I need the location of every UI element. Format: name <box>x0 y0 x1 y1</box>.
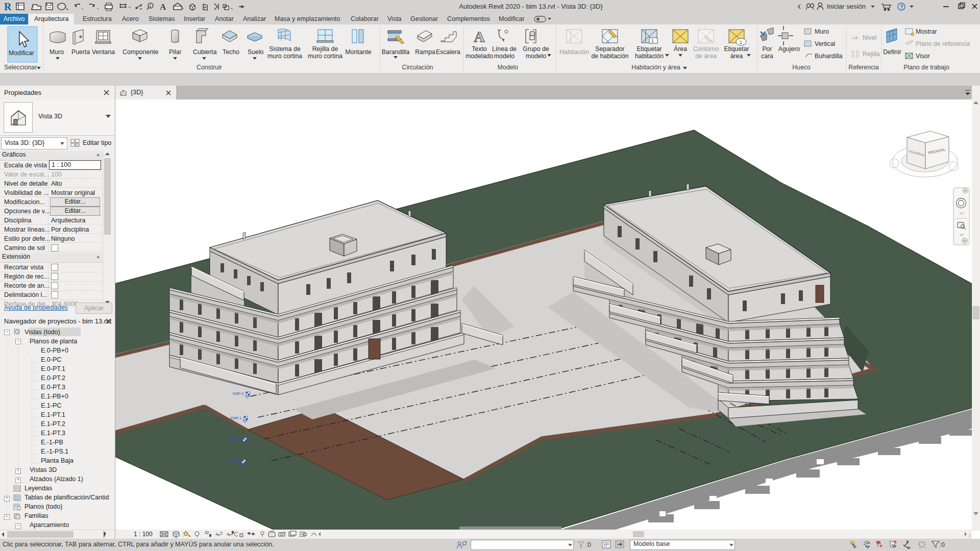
svg-text:Contorno: Contorno <box>693 45 719 53</box>
svg-text:Rejilla de: Rejilla de <box>312 45 338 53</box>
svg-text:Buhardilla: Buhardilla <box>815 53 843 60</box>
svg-text:Por: Por <box>762 45 772 53</box>
svg-text:EMP-2: EMP-2 <box>230 438 241 441</box>
svg-text:habitación: habitación <box>635 53 664 60</box>
svg-text:1: 1 <box>651 38 654 43</box>
svg-text:muro cortina: muro cortina <box>308 53 343 60</box>
svg-text:Sistema de: Sistema de <box>269 45 301 53</box>
svg-text:1 : 100: 1 : 100 <box>134 531 153 538</box>
svg-text:Autodesk Revit 2020 - bim 13.r: Autodesk Revit 2020 - bim 13.rvt - Vista… <box>459 3 603 10</box>
svg-text:modelo: modelo <box>494 53 514 60</box>
svg-text:Hueco: Hueco <box>792 64 811 71</box>
svg-text:Grupo de: Grupo de <box>523 45 549 53</box>
svg-text:Modelo: Modelo <box>498 64 518 71</box>
svg-text:Nivel: Nivel <box>863 34 876 41</box>
svg-text:muro cortina: muro cortina <box>267 53 303 60</box>
svg-text:Barandilla: Barandilla <box>382 48 410 56</box>
svg-text:Ventana: Ventana <box>92 48 115 56</box>
svg-text:Cubierta: Cubierta <box>193 48 217 56</box>
svg-text:de habitación: de habitación <box>591 53 628 60</box>
svg-text:Suelo: Suelo <box>248 48 264 56</box>
svg-text:Plano de referencia: Plano de referencia <box>916 40 970 47</box>
svg-text:Separador: Separador <box>595 45 624 53</box>
svg-text:Componente: Componente <box>122 48 159 56</box>
svg-text:?: ? <box>900 4 903 10</box>
svg-text:modelado: modelado <box>465 53 493 60</box>
svg-text:Rejilla: Rejilla <box>863 51 880 58</box>
svg-text::0: :0 <box>940 541 945 548</box>
svg-text:EMP-0: EMP-0 <box>233 392 244 395</box>
svg-text:Etiquetar: Etiquetar <box>636 45 662 53</box>
svg-text:Referencia: Referencia <box>848 64 879 71</box>
svg-text:Línea de: Línea de <box>492 45 517 53</box>
svg-text:Rampa: Rampa <box>415 48 435 56</box>
svg-text:EMP-1: EMP-1 <box>231 416 242 420</box>
svg-text:Vertical: Vertical <box>815 40 835 47</box>
svg-text:Puerta: Puerta <box>71 48 90 56</box>
svg-text:Iniciar sesión: Iniciar sesión <box>827 3 866 10</box>
svg-text:modelo: modelo <box>526 53 546 60</box>
svg-text:Etiquetar: Etiquetar <box>724 45 749 53</box>
svg-text:A: A <box>474 28 485 45</box>
svg-text:Construir: Construir <box>197 64 222 71</box>
svg-text:Habitación y área: Habitación y área <box>631 64 680 71</box>
svg-text:EMP-3: EMP-3 <box>229 460 240 463</box>
svg-text:1: 1 <box>740 40 742 45</box>
svg-text:Plano de trabajo: Plano de trabajo <box>903 64 949 71</box>
svg-text:Modificar: Modificar <box>9 49 34 57</box>
svg-text:A: A <box>160 2 166 12</box>
svg-text:cara: cara <box>761 53 773 60</box>
svg-text:9: 9 <box>209 534 211 537</box>
svg-text:Visor: Visor <box>916 53 930 60</box>
svg-text:Definir: Definir <box>883 48 901 56</box>
svg-text:Circulación: Circulación <box>402 64 433 71</box>
svg-text:Montante: Montante <box>345 48 371 56</box>
svg-text:9: 9 <box>232 531 234 534</box>
svg-text:Pilar: Pilar <box>169 48 182 56</box>
svg-text:1: 1 <box>149 4 152 8</box>
svg-text:Muro: Muro <box>50 48 64 56</box>
svg-text:de área: de área <box>695 53 717 60</box>
svg-text:R: R <box>4 1 12 12</box>
svg-text:Habitación: Habitación <box>559 48 589 56</box>
svg-text:Texto: Texto <box>472 45 487 53</box>
svg-text:Techo: Techo <box>223 48 239 56</box>
svg-text:área: área <box>730 53 743 60</box>
svg-text:Área: Área <box>674 45 687 53</box>
svg-text:Seleccionar: Seleccionar <box>4 64 37 71</box>
svg-text:Escalera: Escalera <box>436 48 460 56</box>
svg-text:Muro: Muro <box>815 28 829 35</box>
svg-text:Agujero: Agujero <box>778 45 800 53</box>
svg-text::0: :0 <box>586 541 591 548</box>
svg-text:Mostrar: Mostrar <box>916 28 937 35</box>
